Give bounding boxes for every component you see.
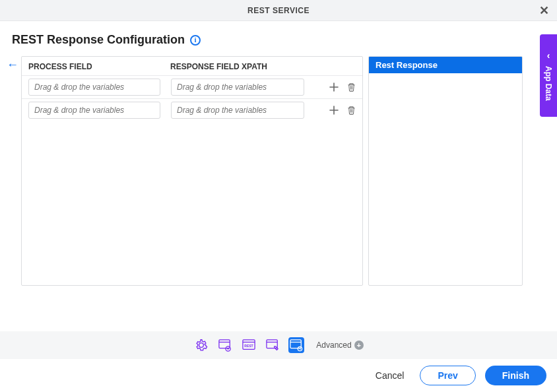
col-header-process: PROCESS FIELD bbox=[28, 62, 170, 71]
svg-text:REST: REST bbox=[245, 344, 253, 348]
process-field-input[interactable] bbox=[28, 79, 160, 96]
advanced-button[interactable]: Advanced + bbox=[316, 341, 363, 350]
footer-actions: Cancel Prev Finish bbox=[0, 359, 557, 392]
panels-container: PROCESS FIELD RESPONSE FIELD XPATH bbox=[21, 56, 545, 286]
dialog-header: REST SERVICE ✕ bbox=[0, 0, 557, 21]
col-header-response: RESPONSE FIELD XPATH bbox=[170, 62, 356, 71]
info-icon[interactable]: i bbox=[190, 35, 201, 46]
row-actions bbox=[328, 81, 357, 93]
advanced-label: Advanced bbox=[316, 341, 351, 350]
finish-button[interactable]: Finish bbox=[485, 366, 546, 385]
mapping-table-panel: PROCESS FIELD RESPONSE FIELD XPATH bbox=[21, 56, 363, 286]
add-row-icon[interactable] bbox=[328, 104, 340, 116]
table-header-row: PROCESS FIELD RESPONSE FIELD XPATH bbox=[22, 57, 362, 75]
rest-response-header: Rest Response bbox=[369, 57, 522, 73]
row-actions bbox=[328, 104, 357, 116]
gear-icon[interactable] bbox=[193, 337, 209, 353]
plus-circle-icon: + bbox=[354, 341, 364, 350]
content-area: ← PROCESS FIELD RESPONSE FIELD XPATH bbox=[0, 56, 557, 286]
prev-button[interactable]: Prev bbox=[420, 366, 475, 385]
form-link-icon[interactable] bbox=[217, 337, 233, 353]
rest-response-panel: Rest Response bbox=[368, 56, 523, 286]
page-title: REST Response Configuration bbox=[12, 33, 185, 47]
delete-row-icon[interactable] bbox=[345, 81, 357, 93]
form-edit-icon[interactable] bbox=[265, 337, 280, 353]
app-data-side-tab[interactable]: ‹ App Data bbox=[540, 34, 557, 117]
response-timer-icon[interactable] bbox=[288, 337, 304, 353]
page-title-row: REST Response Configuration i bbox=[0, 21, 557, 56]
step-nav-strip: REST Advanced + bbox=[0, 331, 557, 359]
svg-rect-0 bbox=[219, 340, 230, 348]
table-row bbox=[22, 75, 362, 98]
back-arrow-icon[interactable]: ← bbox=[7, 59, 18, 71]
table-row bbox=[22, 98, 362, 121]
close-icon[interactable]: ✕ bbox=[539, 5, 550, 16]
process-field-input[interactable] bbox=[28, 102, 160, 119]
cancel-button[interactable]: Cancel bbox=[369, 366, 411, 385]
add-row-icon[interactable] bbox=[328, 81, 340, 93]
delete-row-icon[interactable] bbox=[345, 104, 357, 116]
response-field-input[interactable] bbox=[171, 102, 304, 119]
rest-config-icon[interactable]: REST bbox=[241, 337, 257, 353]
dialog-title: REST SERVICE bbox=[247, 6, 310, 15]
chevron-left-icon: ‹ bbox=[547, 50, 550, 61]
response-field-input[interactable] bbox=[171, 79, 304, 96]
side-tab-label: App Data bbox=[544, 66, 553, 101]
